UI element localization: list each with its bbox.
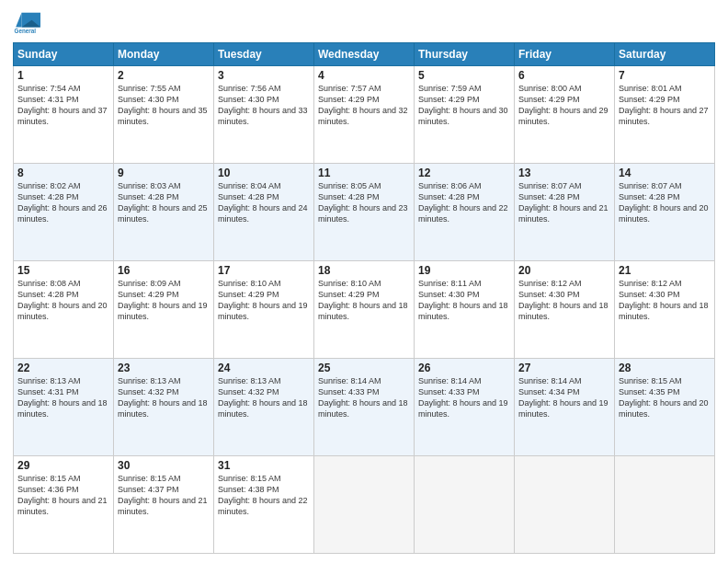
- day-number: 14: [619, 167, 711, 179]
- day-cell-22: 22Sunrise: 8:13 AMSunset: 4:31 PMDayligh…: [14, 359, 114, 456]
- day-cell-15: 15Sunrise: 8:08 AMSunset: 4:28 PMDayligh…: [14, 261, 114, 359]
- day-info: Sunrise: 8:15 AMSunset: 4:37 PMDaylight:…: [118, 473, 210, 518]
- day-cell-30: 30Sunrise: 8:15 AMSunset: 4:37 PMDayligh…: [114, 456, 214, 554]
- day-number: 17: [218, 264, 310, 277]
- empty-cell: [314, 456, 415, 554]
- week-row-5: 29Sunrise: 8:15 AMSunset: 4:36 PMDayligh…: [14, 456, 715, 554]
- day-info: Sunrise: 8:14 AMSunset: 4:34 PMDaylight:…: [518, 375, 610, 420]
- day-cell-3: 3Sunrise: 7:56 AMSunset: 4:30 PMDaylight…: [214, 66, 314, 164]
- day-number: 21: [619, 264, 711, 277]
- day-info: Sunrise: 8:15 AMSunset: 4:38 PMDaylight:…: [218, 473, 310, 518]
- day-info: Sunrise: 7:59 AMSunset: 4:29 PMDaylight:…: [418, 83, 510, 128]
- day-number: 29: [17, 459, 109, 472]
- day-cell-8: 8Sunrise: 8:02 AMSunset: 4:28 PMDaylight…: [14, 164, 114, 261]
- day-cell-17: 17Sunrise: 8:10 AMSunset: 4:29 PMDayligh…: [214, 261, 314, 359]
- day-number: 8: [17, 167, 109, 179]
- day-info: Sunrise: 8:12 AMSunset: 4:30 PMDaylight:…: [619, 278, 711, 323]
- logo-icon: General: [13, 9, 40, 35]
- day-cell-13: 13Sunrise: 8:07 AMSunset: 4:28 PMDayligh…: [515, 164, 615, 261]
- day-number: 20: [518, 264, 610, 277]
- day-cell-1: 1Sunrise: 7:54 AMSunset: 4:31 PMDaylight…: [14, 66, 114, 164]
- day-number: 30: [118, 459, 210, 472]
- calendar-table: SundayMondayTuesdayWednesdayThursdayFrid…: [13, 42, 715, 554]
- header: General: [13, 9, 715, 35]
- day-cell-31: 31Sunrise: 8:15 AMSunset: 4:38 PMDayligh…: [214, 456, 314, 554]
- day-number: 16: [118, 264, 210, 277]
- day-number: 9: [118, 167, 210, 179]
- day-info: Sunrise: 8:03 AMSunset: 4:28 PMDaylight:…: [118, 180, 210, 225]
- header-row: SundayMondayTuesdayWednesdayThursdayFrid…: [14, 43, 715, 66]
- day-header-thursday: Thursday: [415, 43, 515, 66]
- day-number: 27: [518, 362, 610, 374]
- day-cell-6: 6Sunrise: 8:00 AMSunset: 4:29 PMDaylight…: [515, 66, 615, 164]
- day-number: 26: [418, 362, 510, 374]
- svg-text:General: General: [15, 28, 37, 34]
- day-number: 24: [218, 362, 310, 374]
- day-info: Sunrise: 8:13 AMSunset: 4:31 PMDaylight:…: [17, 375, 109, 420]
- day-cell-2: 2Sunrise: 7:55 AMSunset: 4:30 PMDaylight…: [114, 66, 214, 164]
- empty-cell: [415, 456, 515, 554]
- day-cell-27: 27Sunrise: 8:14 AMSunset: 4:34 PMDayligh…: [515, 359, 615, 456]
- week-row-4: 22Sunrise: 8:13 AMSunset: 4:31 PMDayligh…: [14, 359, 715, 456]
- day-number: 15: [17, 264, 109, 277]
- day-cell-16: 16Sunrise: 8:09 AMSunset: 4:29 PMDayligh…: [114, 261, 214, 359]
- day-info: Sunrise: 8:02 AMSunset: 4:28 PMDaylight:…: [17, 180, 109, 225]
- day-number: 25: [318, 362, 410, 374]
- day-number: 12: [418, 167, 510, 179]
- day-number: 13: [518, 167, 610, 179]
- day-cell-18: 18Sunrise: 8:10 AMSunset: 4:29 PMDayligh…: [314, 261, 415, 359]
- day-info: Sunrise: 7:57 AMSunset: 4:29 PMDaylight:…: [318, 83, 410, 128]
- day-cell-7: 7Sunrise: 8:01 AMSunset: 4:29 PMDaylight…: [615, 66, 715, 164]
- day-number: 23: [118, 362, 210, 374]
- day-info: Sunrise: 8:12 AMSunset: 4:30 PMDaylight:…: [518, 278, 610, 323]
- day-info: Sunrise: 8:07 AMSunset: 4:28 PMDaylight:…: [518, 180, 610, 225]
- day-info: Sunrise: 8:06 AMSunset: 4:28 PMDaylight:…: [418, 180, 510, 225]
- day-cell-23: 23Sunrise: 8:13 AMSunset: 4:32 PMDayligh…: [114, 359, 214, 456]
- day-info: Sunrise: 8:13 AMSunset: 4:32 PMDaylight:…: [118, 375, 210, 420]
- day-cell-25: 25Sunrise: 8:14 AMSunset: 4:33 PMDayligh…: [314, 359, 415, 456]
- day-info: Sunrise: 8:11 AMSunset: 4:30 PMDaylight:…: [418, 278, 510, 323]
- day-info: Sunrise: 8:14 AMSunset: 4:33 PMDaylight:…: [318, 375, 410, 420]
- svg-marker-2: [16, 13, 21, 28]
- day-cell-5: 5Sunrise: 7:59 AMSunset: 4:29 PMDaylight…: [415, 66, 515, 164]
- empty-cell: [515, 456, 615, 554]
- day-cell-4: 4Sunrise: 7:57 AMSunset: 4:29 PMDaylight…: [314, 66, 415, 164]
- day-cell-10: 10Sunrise: 8:04 AMSunset: 4:28 PMDayligh…: [214, 164, 314, 261]
- week-row-1: 1Sunrise: 7:54 AMSunset: 4:31 PMDaylight…: [14, 66, 715, 164]
- day-header-tuesday: Tuesday: [214, 43, 314, 66]
- day-header-sunday: Sunday: [14, 43, 114, 66]
- day-number: 6: [518, 69, 610, 82]
- logo: General: [13, 9, 44, 35]
- day-info: Sunrise: 8:15 AMSunset: 4:35 PMDaylight:…: [619, 375, 711, 420]
- day-info: Sunrise: 8:09 AMSunset: 4:29 PMDaylight:…: [118, 278, 210, 323]
- day-info: Sunrise: 8:05 AMSunset: 4:28 PMDaylight:…: [318, 180, 410, 225]
- day-cell-28: 28Sunrise: 8:15 AMSunset: 4:35 PMDayligh…: [615, 359, 715, 456]
- day-number: 5: [418, 69, 510, 82]
- day-cell-20: 20Sunrise: 8:12 AMSunset: 4:30 PMDayligh…: [515, 261, 615, 359]
- day-cell-26: 26Sunrise: 8:14 AMSunset: 4:33 PMDayligh…: [415, 359, 515, 456]
- day-cell-12: 12Sunrise: 8:06 AMSunset: 4:28 PMDayligh…: [415, 164, 515, 261]
- week-row-2: 8Sunrise: 8:02 AMSunset: 4:28 PMDaylight…: [14, 164, 715, 261]
- day-number: 19: [418, 264, 510, 277]
- day-info: Sunrise: 8:04 AMSunset: 4:28 PMDaylight:…: [218, 180, 310, 225]
- day-info: Sunrise: 8:01 AMSunset: 4:29 PMDaylight:…: [619, 83, 711, 128]
- day-info: Sunrise: 8:08 AMSunset: 4:28 PMDaylight:…: [17, 278, 109, 323]
- day-number: 11: [318, 167, 410, 179]
- day-cell-19: 19Sunrise: 8:11 AMSunset: 4:30 PMDayligh…: [415, 261, 515, 359]
- day-number: 22: [17, 362, 109, 374]
- day-number: 1: [17, 69, 109, 82]
- day-number: 7: [619, 69, 711, 82]
- day-number: 31: [218, 459, 310, 472]
- empty-cell: [615, 456, 715, 554]
- day-cell-24: 24Sunrise: 8:13 AMSunset: 4:32 PMDayligh…: [214, 359, 314, 456]
- day-info: Sunrise: 8:10 AMSunset: 4:29 PMDaylight:…: [218, 278, 310, 323]
- day-info: Sunrise: 8:14 AMSunset: 4:33 PMDaylight:…: [418, 375, 510, 420]
- day-cell-11: 11Sunrise: 8:05 AMSunset: 4:28 PMDayligh…: [314, 164, 415, 261]
- day-number: 28: [619, 362, 711, 374]
- day-info: Sunrise: 7:55 AMSunset: 4:30 PMDaylight:…: [118, 83, 210, 128]
- day-info: Sunrise: 8:15 AMSunset: 4:36 PMDaylight:…: [17, 473, 109, 518]
- day-number: 3: [218, 69, 310, 82]
- week-row-3: 15Sunrise: 8:08 AMSunset: 4:28 PMDayligh…: [14, 261, 715, 359]
- day-info: Sunrise: 8:00 AMSunset: 4:29 PMDaylight:…: [518, 83, 610, 128]
- day-header-wednesday: Wednesday: [314, 43, 415, 66]
